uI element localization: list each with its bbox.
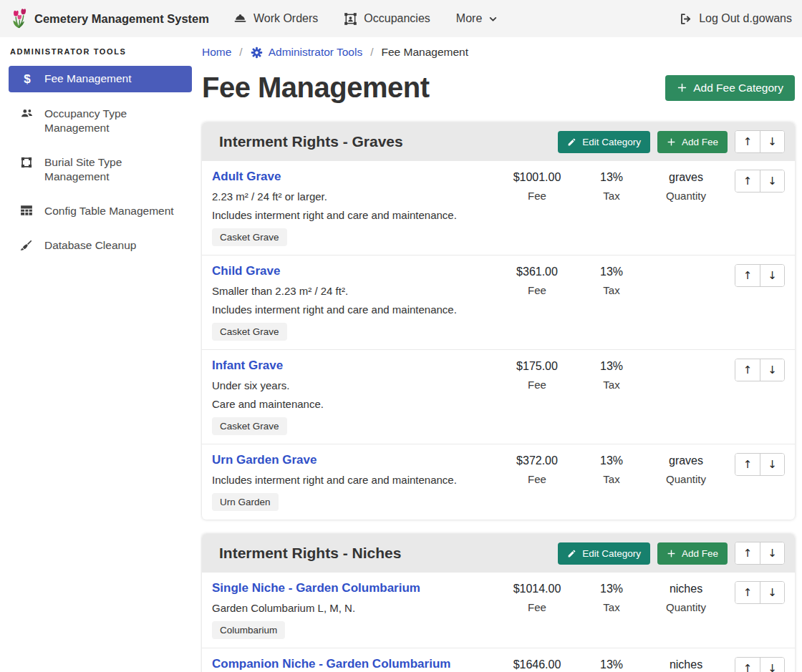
main-nav: Work Orders Occupancies More	[233, 12, 679, 26]
sidebar-item-fee-management[interactable]: $ Fee Management	[9, 66, 192, 92]
fee-row: Adult Grave 2.23 m² / 24 ft² or larger. …	[202, 161, 795, 255]
fee-tax-column: 13% Tax	[574, 359, 649, 391]
breadcrumb: Home / Administrator Tool	[202, 46, 795, 59]
nav-more[interactable]: More	[456, 12, 498, 25]
fee-amount-label: Fee	[500, 379, 574, 391]
app-brand: Cemetery Management System	[10, 7, 209, 30]
fee-tax-column: 13% Tax	[574, 581, 649, 613]
breadcrumb-home-link[interactable]: Home	[202, 46, 231, 59]
add-fee-button[interactable]: Add Fee	[657, 542, 728, 565]
fee-reorder-group: ↑ ↓	[735, 170, 785, 193]
fee-description-1: 2.23 m² / 24 ft² or larger.	[212, 190, 500, 203]
fee-row: Infant Grave Under six years. Care and m…	[202, 350, 795, 444]
move-category-down-button[interactable]: ↓	[760, 542, 784, 564]
category-header: Interment Rights - Niches Edit Category …	[202, 534, 795, 573]
fee-info: Child Grave Smaller than 2.23 m² / 24 ft…	[212, 264, 500, 341]
main-content: Home / Administrator Tool	[200, 37, 802, 672]
fee-info: Companion Niche - Garden Columbarium Gar…	[212, 657, 500, 672]
move-fee-down-button[interactable]: ↓	[760, 582, 784, 603]
fee-info: Single Niche - Garden Columbarium Garden…	[212, 581, 500, 639]
fee-reorder-group: ↑ ↓	[735, 657, 785, 672]
breadcrumb-separator: /	[239, 46, 242, 59]
move-fee-down-button[interactable]: ↓	[760, 170, 784, 192]
sidebar-heading: ADMINISTRATOR TOOLS	[9, 47, 192, 56]
fee-info: Urn Garden Grave Includes interment righ…	[212, 453, 500, 511]
edit-category-label: Edit Category	[582, 137, 641, 147]
category-title: Interment Rights - Graves	[219, 133, 551, 150]
fee-name-link[interactable]: Child Grave	[212, 264, 280, 278]
move-category-up-button[interactable]: ↑	[735, 131, 760, 152]
nav-work-orders-label: Work Orders	[253, 12, 318, 25]
fee-quantity-label: Quantity	[649, 601, 723, 613]
category-title: Interment Rights - Niches	[219, 545, 551, 562]
fee-tax-column: 13% Tax	[574, 657, 649, 672]
edit-category-button[interactable]: Edit Category	[558, 131, 650, 153]
pencil-icon	[567, 549, 576, 558]
sidebar-item-occupancy-type[interactable]: Occupancy Type Management	[9, 101, 192, 141]
logout-button[interactable]: Log Out d.gowans	[679, 12, 792, 26]
fee-amount-column: $1014.00 Fee	[500, 581, 574, 613]
fee-type-badge: Casket Grave	[212, 228, 287, 246]
fee-name-link[interactable]: Single Niche - Garden Columbarium	[212, 581, 420, 595]
move-fee-down-button[interactable]: ↓	[760, 359, 784, 381]
fee-type-badge: Casket Grave	[212, 417, 287, 435]
fee-name-link[interactable]: Urn Garden Grave	[212, 453, 317, 467]
fee-quantity-value: graves	[649, 171, 723, 184]
move-fee-up-button[interactable]: ↑	[735, 658, 760, 672]
fee-row: Child Grave Smaller than 2.23 m² / 24 ft…	[202, 255, 795, 350]
sidebar-item-config-table[interactable]: Config Table Management	[9, 198, 192, 224]
category-reorder-group: ↑ ↓	[735, 130, 785, 153]
edit-category-button[interactable]: Edit Category	[558, 542, 650, 565]
fee-quantity-label: Quantity	[649, 473, 723, 485]
fee-tax-label: Tax	[574, 473, 649, 485]
fee-type-badge: Columbarium	[212, 621, 285, 639]
fee-amount-column: $372.00 Fee	[500, 453, 574, 485]
move-fee-up-button[interactable]: ↑	[735, 582, 760, 603]
vector-square-icon	[20, 155, 34, 169]
fee-quantity-column: niches Quantity	[649, 581, 723, 613]
fee-description-1: Under six years.	[212, 379, 500, 391]
sidebar-item-label: Database Cleanup	[44, 238, 136, 253]
nav-occupancies[interactable]: Occupancies	[344, 12, 430, 26]
breadcrumb-admin-tools-link[interactable]: Administrator Tools	[251, 46, 363, 59]
fee-tax-column: 13% Tax	[574, 453, 649, 485]
move-fee-up-button[interactable]: ↑	[735, 170, 760, 192]
move-fee-down-button[interactable]: ↓	[760, 454, 784, 475]
fee-name-link[interactable]: Infant Grave	[212, 359, 283, 373]
add-fee-category-button[interactable]: Add Fee Category	[665, 75, 795, 101]
plus-icon	[667, 549, 676, 558]
fee-reorder-group: ↑ ↓	[735, 581, 785, 604]
move-fee-down-button[interactable]: ↓	[760, 265, 784, 286]
sidebar-item-label: Config Table Management	[44, 204, 174, 218]
sidebar-item-burial-site-type[interactable]: Burial Site Type Management	[9, 150, 192, 190]
dollar-icon: $	[20, 72, 34, 87]
table-icon	[20, 204, 34, 216]
nav-work-orders[interactable]: Work Orders	[233, 12, 318, 26]
tulip-logo-icon	[10, 7, 29, 30]
fee-category-card: Interment Rights - Graves Edit Category …	[202, 122, 795, 520]
move-fee-up-button[interactable]: ↑	[735, 454, 760, 475]
fee-quantity-column: Quantity	[649, 359, 723, 378]
broom-icon	[20, 238, 34, 252]
fee-amount-value: $361.00	[500, 266, 574, 278]
fee-name-link[interactable]: Adult Grave	[212, 170, 281, 184]
logout-label: Log Out d.gowans	[699, 12, 792, 25]
nav-occupancies-label: Occupancies	[364, 12, 430, 25]
fee-name-link[interactable]: Companion Niche - Garden Columbarium	[212, 657, 450, 671]
move-fee-up-button[interactable]: ↑	[735, 359, 760, 381]
sidebar-item-label: Fee Management	[44, 72, 132, 86]
move-fee-down-button[interactable]: ↓	[760, 658, 784, 672]
fee-tax-column: 13% Tax	[574, 170, 649, 202]
fee-amount-label: Fee	[500, 473, 574, 485]
top-navbar: Cemetery Management System Work Orders	[0, 0, 802, 37]
fee-tax-value: 13%	[574, 360, 649, 373]
move-category-up-button[interactable]: ↑	[735, 542, 760, 564]
fee-description-1: Smaller than 2.23 m² / 24 ft².	[212, 285, 500, 297]
fee-tax-value: 13%	[574, 658, 649, 671]
move-fee-up-button[interactable]: ↑	[735, 265, 760, 286]
move-category-down-button[interactable]: ↓	[760, 131, 784, 152]
add-fee-button[interactable]: Add Fee	[657, 131, 728, 153]
fee-amount-value: $1001.00	[500, 171, 574, 184]
sidebar-item-label: Occupancy Type Management	[44, 107, 180, 135]
sidebar-item-database-cleanup[interactable]: Database Cleanup	[9, 233, 192, 258]
